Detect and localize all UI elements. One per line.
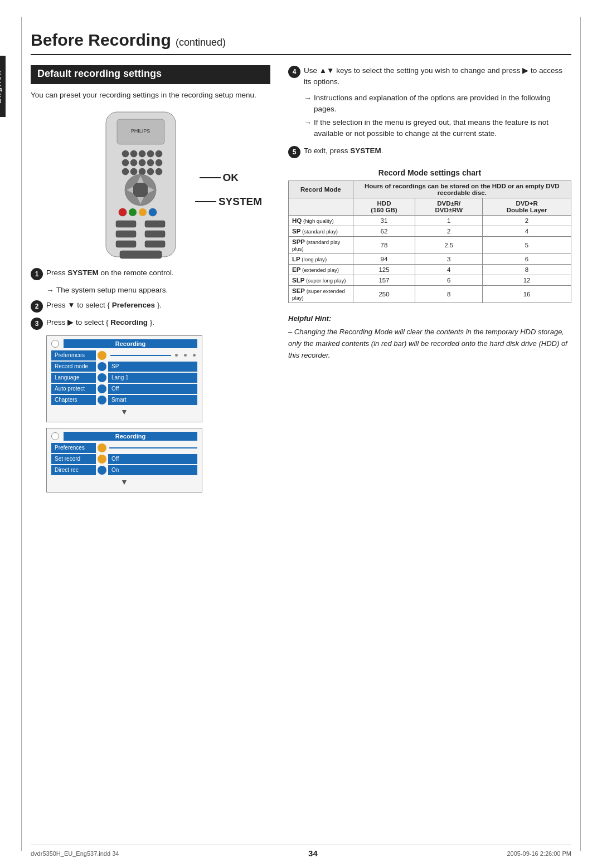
svg-text:PHILIPS: PHILIPS	[131, 128, 151, 134]
svg-point-2	[122, 150, 129, 157]
screen-1-row-chapters: Chapters Smart	[51, 395, 197, 405]
svg-point-13	[130, 168, 137, 175]
step-2: 2 Press ▼ to select { Preferences }.	[31, 300, 270, 313]
screen-1-label-4: Chapters	[51, 395, 96, 405]
table-cell-hdd: 62	[353, 226, 415, 236]
page-title-main: Before Recording	[31, 31, 171, 49]
screen-1-row-autoprotect: Auto protect Off	[51, 384, 197, 394]
page-number: 34	[308, 849, 318, 858]
page-border-left	[21, 17, 22, 851]
svg-point-7	[122, 159, 129, 166]
table-row: SEP (super extended play)250816	[289, 285, 571, 303]
table-cell-mode: SPP (standard play plus)	[289, 236, 353, 253]
table-cell-mode: SP (standard play)	[289, 226, 353, 236]
screen-2-row-directrec: Direct rec On	[51, 465, 197, 475]
svg-point-12	[122, 168, 129, 175]
svg-point-18	[133, 182, 148, 198]
hint-text: – Changing the Recording Mode will clear…	[288, 326, 571, 361]
step-4-num: 4	[288, 66, 300, 78]
step-4-arrow-1-text: Instructions and explanation of the opti…	[314, 92, 571, 115]
svg-rect-28	[145, 221, 165, 227]
system-label-group: SYSTEM	[195, 196, 262, 208]
ok-label-group: OK	[200, 172, 239, 184]
svg-point-10	[147, 159, 154, 166]
svg-point-26	[149, 208, 157, 216]
table-cell-dvd: 2	[415, 226, 483, 236]
step-2-bold: Preferences	[112, 301, 155, 309]
dot-3	[193, 354, 196, 357]
table-row: SP (standard play)6224	[289, 226, 571, 236]
screen-mockup-1: Recording Preferences	[46, 335, 202, 422]
step-1: 1 Press SYSTEM on the remote control.	[31, 267, 270, 280]
table-header-hours: Hours of recordings can be stored on the…	[353, 181, 571, 198]
screen-mockup-2-wrap: Recording Preferences Set record Off	[46, 428, 270, 492]
dot-2	[184, 354, 187, 357]
table-row: HQ (high quality)3112	[289, 215, 571, 226]
screen-2-arrow-down: ▼	[51, 477, 197, 486]
step-3-num: 3	[31, 318, 43, 330]
dot-1	[175, 354, 178, 357]
screen-mockup-2: Recording Preferences Set record Off	[46, 428, 202, 492]
step-1-arrow: → The system setup menu appears.	[46, 285, 270, 296]
screen-1-arrow-down: ▼	[51, 407, 197, 416]
svg-point-11	[156, 159, 162, 166]
svg-point-23	[119, 208, 127, 216]
left-column: Default recording settings You can prese…	[31, 65, 270, 498]
language-tab: English	[0, 56, 6, 117]
screen-2-value-1: Off	[108, 454, 197, 464]
screen-1-dot-4	[98, 396, 106, 404]
screen-2-dot-1	[98, 455, 106, 464]
screen-2-dot-2	[98, 466, 106, 475]
svg-point-8	[130, 159, 137, 166]
page-title-continued: (continued)	[176, 37, 226, 48]
remote-image: PHILIPS	[89, 109, 192, 265]
step-3: 3 Press ▶ to select { Recording }.	[31, 317, 270, 330]
screen-1-label-1: Record mode	[51, 362, 96, 372]
table-cell-dvddl: 5	[483, 236, 571, 253]
footer-filename: dvdr5350H_EU_Eng537.indd 34	[31, 850, 119, 857]
table-subhead-hdd: HDD(160 GB)	[353, 198, 415, 215]
remote-svg: PHILIPS OK SYSTEM	[89, 109, 212, 260]
step-4-arrow-2: → If the selection in the menu is greyed…	[304, 117, 571, 140]
step-1-num: 1	[31, 268, 43, 280]
table-row: SLP (super long play)157612	[289, 275, 571, 285]
table-cell-dvddl: 12	[483, 275, 571, 285]
arrow-symbol-1: →	[46, 285, 54, 296]
screen-2-row-preferences: Preferences	[51, 443, 197, 453]
screen-2-label-1: Set record	[51, 454, 96, 464]
table-cell-hdd: 78	[353, 236, 415, 253]
table-cell-dvd: 8	[415, 285, 483, 303]
step-4: 4 Use ▲▼ keys to select the setting you …	[288, 65, 571, 140]
table-cell-dvd: 4	[415, 264, 483, 275]
step-2-num: 2	[31, 300, 43, 313]
step-2-text: Press ▼ to select { Preferences }.	[46, 300, 270, 311]
screen-1-value-1: SP	[108, 362, 197, 372]
helpful-hint: Helpful Hint: – Changing the Recording M…	[288, 313, 571, 362]
table-cell-dvddl: 8	[483, 264, 571, 275]
table-cell-hdd: 31	[353, 215, 415, 226]
page-title: Before Recording (continued)	[31, 31, 571, 55]
svg-rect-27	[116, 221, 136, 227]
svg-point-14	[139, 168, 145, 175]
table-cell-hdd: 157	[353, 275, 415, 285]
step-5-text: To exit, press SYSTEM.	[304, 145, 571, 157]
step-1-text: Press SYSTEM on the remote control.	[46, 267, 270, 279]
screen-2-title: Recording	[64, 432, 197, 441]
record-table: Record Mode Hours of recordings can be s…	[288, 181, 571, 303]
screen-1-label-3: Auto protect	[51, 384, 96, 394]
page-content: Before Recording (continued) Default rec…	[31, 31, 571, 837]
step-1-arrow-text: The system setup menu appears.	[56, 285, 168, 296]
screen-2-label-0: Preferences	[51, 443, 96, 453]
svg-point-6	[156, 150, 162, 157]
step-4-text: Use ▲▼ keys to select the setting you wi…	[304, 65, 571, 88]
table-cell-dvd: 6	[415, 275, 483, 285]
screen-1-value-3: Off	[108, 384, 197, 394]
table-cell-dvd: 1	[415, 215, 483, 226]
table-cell-mode: SLP (super long play)	[289, 275, 353, 285]
screen-1-dot-3	[98, 384, 106, 393]
screen-1-dot-0	[98, 351, 106, 360]
screen-1-title: Recording	[64, 339, 197, 348]
step-3-text: Press ▶ to select { Recording }.	[46, 317, 270, 328]
table-subhead-empty	[289, 198, 353, 215]
screen-2-row-setrecord: Set record Off	[51, 454, 197, 464]
